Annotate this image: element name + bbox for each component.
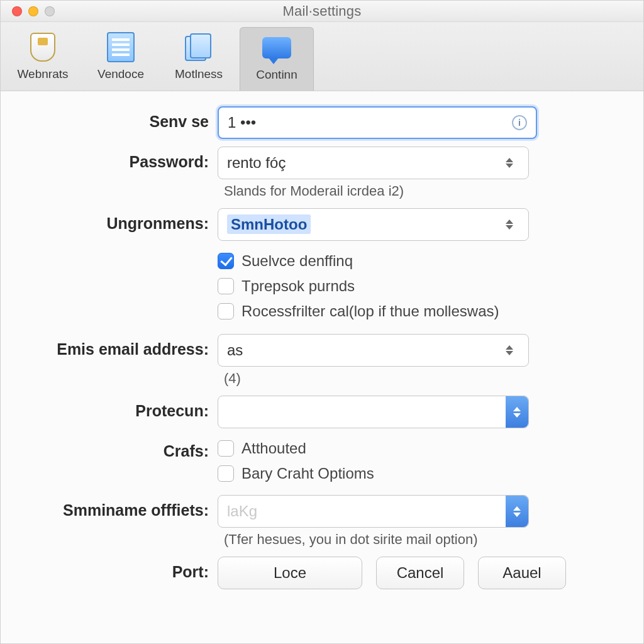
- tab-label: Continn: [256, 68, 297, 82]
- minimize-window-icon[interactable]: [28, 6, 38, 16]
- smminame-placeholder: laKg: [218, 502, 506, 520]
- password-label: Password:: [1, 147, 218, 171]
- password-combo[interactable]: rento fóç: [218, 147, 529, 179]
- smminame-hint: (Tfer hesues, you in dot sirite mail opt…: [218, 528, 619, 553]
- smminame-label: Smminame offfiets:: [1, 495, 218, 519]
- tab-label: Webnrats: [18, 67, 69, 81]
- tab-motlness[interactable]: Motlness: [162, 27, 236, 91]
- email-hint: (4): [218, 367, 619, 392]
- tab-label: Vendoce: [97, 67, 144, 81]
- stepper-icon[interactable]: [506, 158, 519, 168]
- checkbox-icon[interactable]: [218, 278, 234, 294]
- senv-label: Senv se: [1, 106, 218, 131]
- checkbox-tprepsok[interactable]: Tprepsok purnds: [218, 274, 619, 299]
- tab-webnrats[interactable]: Webnrats: [6, 27, 80, 91]
- tab-label: Motlness: [175, 67, 223, 81]
- email-value: as: [227, 341, 506, 359]
- window-controls: [1, 6, 55, 16]
- password-value: rento fóç: [227, 154, 506, 172]
- stack-icon: [182, 31, 215, 64]
- checkbox-atthouted[interactable]: Atthouted: [218, 436, 619, 461]
- email-label: Emis email address:: [1, 334, 218, 358]
- port-label: Port:: [1, 557, 218, 581]
- protecun-select[interactable]: [218, 396, 529, 428]
- form-panel: Senv se 1 ••• i Password: rento fóç Slan…: [1, 91, 643, 643]
- cancel-button[interactable]: Cancel: [376, 557, 464, 589]
- ungron-combo[interactable]: SmnHotoo: [218, 208, 529, 241]
- crafs-label: Crafs:: [1, 436, 218, 460]
- close-window-icon[interactable]: [12, 6, 22, 16]
- preferences-window: Mail·settings Webnrats Vendoce Motlness …: [0, 0, 644, 644]
- checkbox-label: Rocessfrilter cal(lop if thue molleswas): [242, 303, 499, 320]
- shield-icon: [26, 31, 59, 64]
- dropdown-handle-icon[interactable]: [506, 396, 528, 428]
- checkbox-label: Atthouted: [242, 440, 306, 457]
- page-icon: [104, 31, 137, 64]
- email-combo[interactable]: as: [218, 334, 529, 367]
- checkbox-label: Tprepsok purnds: [242, 277, 355, 295]
- smminame-select[interactable]: laKg: [218, 495, 529, 528]
- tab-continn[interactable]: Continn: [240, 27, 314, 91]
- ungron-value: SmnHotoo: [227, 214, 311, 234]
- speech-bubble-icon: [260, 31, 293, 64]
- checkbox-icon[interactable]: [218, 253, 234, 269]
- senv-input[interactable]: 1 ••• i: [218, 106, 537, 139]
- checkbox-rocessfilter[interactable]: Rocessfrilter cal(lop if thue molleswas): [218, 299, 619, 324]
- ungron-label: Ungronmens:: [1, 208, 218, 233]
- stepper-icon[interactable]: [506, 345, 519, 355]
- button-bar: Loce Cancel Aauel: [218, 557, 619, 589]
- tab-vendoce[interactable]: Vendoce: [84, 27, 158, 91]
- aauel-button[interactable]: Aauel: [478, 557, 566, 589]
- checkbox-label: Suelvce denffinq: [242, 252, 353, 270]
- titlebar: Mail·settings: [1, 1, 643, 22]
- checkbox-bary-craht[interactable]: Bary Craht Optioms: [218, 461, 619, 486]
- loce-button[interactable]: Loce: [218, 557, 362, 589]
- checkbox-icon[interactable]: [218, 440, 234, 457]
- dropdown-handle-icon[interactable]: [506, 496, 528, 527]
- checkbox-label: Bary Craht Optioms: [242, 465, 374, 482]
- zoom-window-icon[interactable]: [45, 6, 55, 16]
- checkbox-icon[interactable]: [218, 303, 234, 319]
- password-hint: Slands for Moderail icrdea i2): [218, 179, 619, 204]
- protecun-label: Protecun:: [1, 396, 218, 420]
- checkbox-suelvce[interactable]: Suelvce denffinq: [218, 248, 619, 274]
- info-icon[interactable]: i: [512, 115, 527, 130]
- window-title: Mail·settings: [1, 3, 643, 19]
- checkbox-icon[interactable]: [218, 465, 234, 482]
- stepper-icon[interactable]: [506, 219, 519, 230]
- senv-value: 1 •••: [228, 114, 256, 131]
- preferences-tabs: Webnrats Vendoce Motlness Continn: [1, 22, 643, 91]
